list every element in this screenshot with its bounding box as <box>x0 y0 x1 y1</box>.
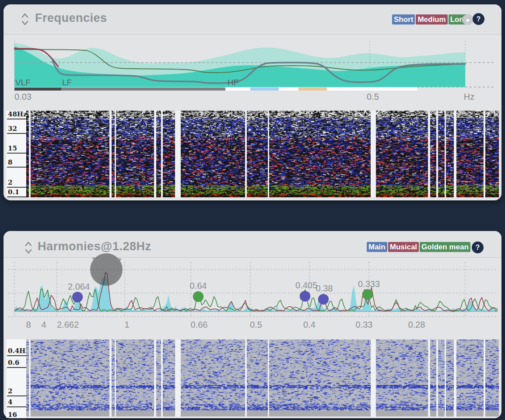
help-button[interactable]: ? <box>472 242 484 253</box>
legend-short[interactable]: Short <box>392 14 415 24</box>
frequency-axis-label: 32 <box>7 125 26 134</box>
peak-marker[interactable] <box>318 294 329 304</box>
x-tick-label: 0.66 <box>184 320 214 330</box>
peak-label: 2.064 <box>68 282 90 291</box>
peak-label: 0.64 <box>190 281 207 290</box>
x-tick-label: 0.33 <box>349 320 379 330</box>
peak-marker[interactable] <box>362 289 373 300</box>
peak-label: 1.28Hz <box>91 255 122 266</box>
frequency-axis-label: 0.1 <box>7 188 26 197</box>
band-label-vlf[interactable]: VLF <box>15 78 31 88</box>
legend-main[interactable]: Main <box>367 242 387 252</box>
harmonies-panel: Harmonies@1.28Hz Main Musical Golden mea… <box>4 231 501 418</box>
panel-title: Frequencies <box>35 11 107 25</box>
frequencies-spectrogram-axis: 48Hz3215820.1 <box>6 111 26 197</box>
legend-musical[interactable]: Musical <box>388 242 419 252</box>
x-tick-label: 0.5 <box>241 320 271 330</box>
harmonies-legend: Main Musical Golden mean <box>367 242 470 252</box>
band-label-lf[interactable]: LF <box>62 78 72 88</box>
help-icon: ? <box>476 244 480 252</box>
panel-title: Harmonies@1.28Hz <box>38 240 151 253</box>
x-tick-label: 0.28 <box>401 320 432 330</box>
peak-marker[interactable] <box>72 292 83 302</box>
x-tick-label: 0.4 <box>294 320 325 330</box>
band-label-hf[interactable]: HF <box>228 78 238 88</box>
peak-marker[interactable] <box>193 291 203 302</box>
app-screen: Frequencies Short Medium Long ▶ ? VLF LF… <box>0 0 505 420</box>
frequencies-panel: Frequencies Short Medium Long ▶ ? VLF LF… <box>4 4 501 200</box>
frequency-axis-label: 0.6 <box>7 359 26 368</box>
peak-label: 0.333 <box>358 279 380 289</box>
frequency-axis-label: 15 <box>7 144 26 154</box>
frequency-axis-label: 2 <box>7 178 26 188</box>
play-toggle-button[interactable]: ▶ <box>462 14 473 25</box>
x-axis-mid-label: 0.5 <box>360 92 386 102</box>
harmonies-spectrogram-axis: 0.4Hz0.62416 <box>6 339 26 418</box>
peak-label: 0.405 <box>295 280 317 290</box>
frequencies-legend: Short Medium Long <box>392 14 470 24</box>
x-axis-unit-label: Hz <box>456 92 482 102</box>
play-icon: ▶ <box>466 18 470 22</box>
x-tick-label: 2.662 <box>53 320 83 330</box>
frequency-axis-label: 8 <box>7 158 26 168</box>
frequency-axis-label: 4 <box>7 398 26 407</box>
x-tick-label: 1 <box>112 320 142 330</box>
peak-label: 0.38 <box>316 284 333 293</box>
frequency-axis-label: 2 <box>7 387 26 396</box>
frequencies-band-chart[interactable] <box>6 39 498 94</box>
collapse-expand-icon[interactable] <box>21 12 29 26</box>
frequencies-header: Frequencies Short Medium Long ▶ ? <box>4 4 501 35</box>
frequency-axis-label: 16 <box>7 411 26 420</box>
legend-golden-mean[interactable]: Golden mean <box>420 242 470 252</box>
x-axis-min-label: 0.03 <box>14 92 32 102</box>
harmonics-spectrum-chart[interactable]: 1.28Hz2.0640.640.4050.380.333 <box>6 252 498 325</box>
frequency-axis-label: 48Hz <box>7 110 26 119</box>
help-icon: ? <box>477 15 481 23</box>
harmonies-spectrogram[interactable] <box>26 340 499 416</box>
help-button[interactable]: ? <box>473 13 484 25</box>
frequency-axis-label: 0.4Hz <box>7 347 26 356</box>
peak-marker[interactable] <box>300 291 310 301</box>
legend-medium[interactable]: Medium <box>416 14 447 24</box>
frequencies-spectrogram[interactable] <box>26 111 499 197</box>
